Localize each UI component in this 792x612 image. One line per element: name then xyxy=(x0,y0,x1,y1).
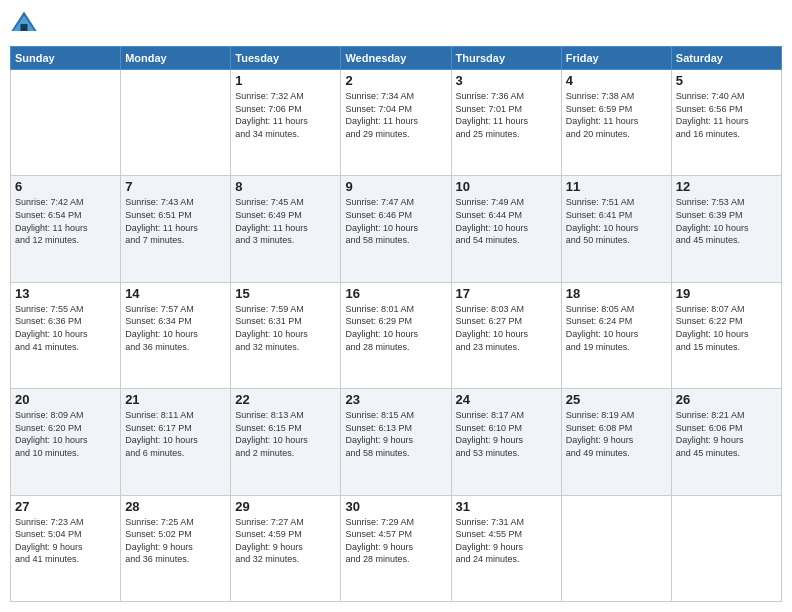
calendar-cell: 19Sunrise: 8:07 AM Sunset: 6:22 PM Dayli… xyxy=(671,282,781,388)
day-number: 7 xyxy=(125,179,226,194)
calendar-cell: 6Sunrise: 7:42 AM Sunset: 6:54 PM Daylig… xyxy=(11,176,121,282)
col-thursday: Thursday xyxy=(451,47,561,70)
week-row-2: 6Sunrise: 7:42 AM Sunset: 6:54 PM Daylig… xyxy=(11,176,782,282)
day-number: 5 xyxy=(676,73,777,88)
calendar-cell: 31Sunrise: 7:31 AM Sunset: 4:55 PM Dayli… xyxy=(451,495,561,601)
day-info: Sunrise: 7:36 AM Sunset: 7:01 PM Dayligh… xyxy=(456,90,557,140)
calendar-cell: 29Sunrise: 7:27 AM Sunset: 4:59 PM Dayli… xyxy=(231,495,341,601)
col-wednesday: Wednesday xyxy=(341,47,451,70)
calendar-cell: 16Sunrise: 8:01 AM Sunset: 6:29 PM Dayli… xyxy=(341,282,451,388)
col-monday: Monday xyxy=(121,47,231,70)
day-number: 28 xyxy=(125,499,226,514)
day-info: Sunrise: 7:59 AM Sunset: 6:31 PM Dayligh… xyxy=(235,303,336,353)
day-number: 1 xyxy=(235,73,336,88)
day-number: 2 xyxy=(345,73,446,88)
col-sunday: Sunday xyxy=(11,47,121,70)
calendar-cell: 23Sunrise: 8:15 AM Sunset: 6:13 PM Dayli… xyxy=(341,389,451,495)
calendar-cell: 12Sunrise: 7:53 AM Sunset: 6:39 PM Dayli… xyxy=(671,176,781,282)
day-info: Sunrise: 7:31 AM Sunset: 4:55 PM Dayligh… xyxy=(456,516,557,566)
calendar-cell: 20Sunrise: 8:09 AM Sunset: 6:20 PM Dayli… xyxy=(11,389,121,495)
day-info: Sunrise: 8:19 AM Sunset: 6:08 PM Dayligh… xyxy=(566,409,667,459)
page: Sunday Monday Tuesday Wednesday Thursday… xyxy=(0,0,792,612)
day-info: Sunrise: 7:53 AM Sunset: 6:39 PM Dayligh… xyxy=(676,196,777,246)
day-info: Sunrise: 7:27 AM Sunset: 4:59 PM Dayligh… xyxy=(235,516,336,566)
calendar-cell: 15Sunrise: 7:59 AM Sunset: 6:31 PM Dayli… xyxy=(231,282,341,388)
day-number: 22 xyxy=(235,392,336,407)
calendar-cell: 21Sunrise: 8:11 AM Sunset: 6:17 PM Dayli… xyxy=(121,389,231,495)
day-number: 11 xyxy=(566,179,667,194)
calendar-cell: 2Sunrise: 7:34 AM Sunset: 7:04 PM Daylig… xyxy=(341,70,451,176)
header-row: Sunday Monday Tuesday Wednesday Thursday… xyxy=(11,47,782,70)
calendar-cell: 24Sunrise: 8:17 AM Sunset: 6:10 PM Dayli… xyxy=(451,389,561,495)
day-info: Sunrise: 7:43 AM Sunset: 6:51 PM Dayligh… xyxy=(125,196,226,246)
calendar-cell: 5Sunrise: 7:40 AM Sunset: 6:56 PM Daylig… xyxy=(671,70,781,176)
day-info: Sunrise: 8:05 AM Sunset: 6:24 PM Dayligh… xyxy=(566,303,667,353)
logo-icon xyxy=(10,10,38,38)
calendar-cell xyxy=(671,495,781,601)
calendar-cell: 18Sunrise: 8:05 AM Sunset: 6:24 PM Dayli… xyxy=(561,282,671,388)
day-number: 24 xyxy=(456,392,557,407)
day-number: 13 xyxy=(15,286,116,301)
logo xyxy=(10,10,42,38)
calendar-cell: 27Sunrise: 7:23 AM Sunset: 5:04 PM Dayli… xyxy=(11,495,121,601)
calendar-cell: 4Sunrise: 7:38 AM Sunset: 6:59 PM Daylig… xyxy=(561,70,671,176)
calendar-cell: 3Sunrise: 7:36 AM Sunset: 7:01 PM Daylig… xyxy=(451,70,561,176)
day-info: Sunrise: 7:40 AM Sunset: 6:56 PM Dayligh… xyxy=(676,90,777,140)
calendar-cell: 22Sunrise: 8:13 AM Sunset: 6:15 PM Dayli… xyxy=(231,389,341,495)
day-number: 19 xyxy=(676,286,777,301)
calendar-cell: 14Sunrise: 7:57 AM Sunset: 6:34 PM Dayli… xyxy=(121,282,231,388)
day-number: 31 xyxy=(456,499,557,514)
header xyxy=(10,10,782,38)
day-number: 4 xyxy=(566,73,667,88)
day-number: 26 xyxy=(676,392,777,407)
calendar-cell: 28Sunrise: 7:25 AM Sunset: 5:02 PM Dayli… xyxy=(121,495,231,601)
day-number: 20 xyxy=(15,392,116,407)
day-number: 10 xyxy=(456,179,557,194)
day-info: Sunrise: 8:01 AM Sunset: 6:29 PM Dayligh… xyxy=(345,303,446,353)
day-number: 8 xyxy=(235,179,336,194)
day-number: 16 xyxy=(345,286,446,301)
calendar-cell: 8Sunrise: 7:45 AM Sunset: 6:49 PM Daylig… xyxy=(231,176,341,282)
day-number: 18 xyxy=(566,286,667,301)
calendar-cell: 30Sunrise: 7:29 AM Sunset: 4:57 PM Dayli… xyxy=(341,495,451,601)
calendar-cell: 13Sunrise: 7:55 AM Sunset: 6:36 PM Dayli… xyxy=(11,282,121,388)
day-info: Sunrise: 8:13 AM Sunset: 6:15 PM Dayligh… xyxy=(235,409,336,459)
calendar-cell: 1Sunrise: 7:32 AM Sunset: 7:06 PM Daylig… xyxy=(231,70,341,176)
col-saturday: Saturday xyxy=(671,47,781,70)
day-info: Sunrise: 8:09 AM Sunset: 6:20 PM Dayligh… xyxy=(15,409,116,459)
day-number: 17 xyxy=(456,286,557,301)
day-number: 23 xyxy=(345,392,446,407)
day-info: Sunrise: 8:03 AM Sunset: 6:27 PM Dayligh… xyxy=(456,303,557,353)
day-info: Sunrise: 7:42 AM Sunset: 6:54 PM Dayligh… xyxy=(15,196,116,246)
day-number: 9 xyxy=(345,179,446,194)
col-friday: Friday xyxy=(561,47,671,70)
calendar-cell: 9Sunrise: 7:47 AM Sunset: 6:46 PM Daylig… xyxy=(341,176,451,282)
calendar: Sunday Monday Tuesday Wednesday Thursday… xyxy=(10,46,782,602)
col-tuesday: Tuesday xyxy=(231,47,341,70)
day-info: Sunrise: 7:55 AM Sunset: 6:36 PM Dayligh… xyxy=(15,303,116,353)
day-number: 6 xyxy=(15,179,116,194)
day-number: 12 xyxy=(676,179,777,194)
day-info: Sunrise: 8:15 AM Sunset: 6:13 PM Dayligh… xyxy=(345,409,446,459)
day-info: Sunrise: 8:07 AM Sunset: 6:22 PM Dayligh… xyxy=(676,303,777,353)
week-row-1: 1Sunrise: 7:32 AM Sunset: 7:06 PM Daylig… xyxy=(11,70,782,176)
svg-rect-2 xyxy=(21,24,28,31)
week-row-3: 13Sunrise: 7:55 AM Sunset: 6:36 PM Dayli… xyxy=(11,282,782,388)
day-info: Sunrise: 7:49 AM Sunset: 6:44 PM Dayligh… xyxy=(456,196,557,246)
calendar-cell: 17Sunrise: 8:03 AM Sunset: 6:27 PM Dayli… xyxy=(451,282,561,388)
day-info: Sunrise: 7:34 AM Sunset: 7:04 PM Dayligh… xyxy=(345,90,446,140)
day-info: Sunrise: 8:17 AM Sunset: 6:10 PM Dayligh… xyxy=(456,409,557,459)
day-number: 15 xyxy=(235,286,336,301)
calendar-cell: 10Sunrise: 7:49 AM Sunset: 6:44 PM Dayli… xyxy=(451,176,561,282)
day-info: Sunrise: 7:45 AM Sunset: 6:49 PM Dayligh… xyxy=(235,196,336,246)
week-row-5: 27Sunrise: 7:23 AM Sunset: 5:04 PM Dayli… xyxy=(11,495,782,601)
day-info: Sunrise: 7:29 AM Sunset: 4:57 PM Dayligh… xyxy=(345,516,446,566)
day-info: Sunrise: 7:25 AM Sunset: 5:02 PM Dayligh… xyxy=(125,516,226,566)
day-number: 29 xyxy=(235,499,336,514)
day-info: Sunrise: 7:57 AM Sunset: 6:34 PM Dayligh… xyxy=(125,303,226,353)
calendar-cell: 25Sunrise: 8:19 AM Sunset: 6:08 PM Dayli… xyxy=(561,389,671,495)
day-info: Sunrise: 8:21 AM Sunset: 6:06 PM Dayligh… xyxy=(676,409,777,459)
day-info: Sunrise: 7:32 AM Sunset: 7:06 PM Dayligh… xyxy=(235,90,336,140)
calendar-cell xyxy=(561,495,671,601)
day-info: Sunrise: 7:23 AM Sunset: 5:04 PM Dayligh… xyxy=(15,516,116,566)
